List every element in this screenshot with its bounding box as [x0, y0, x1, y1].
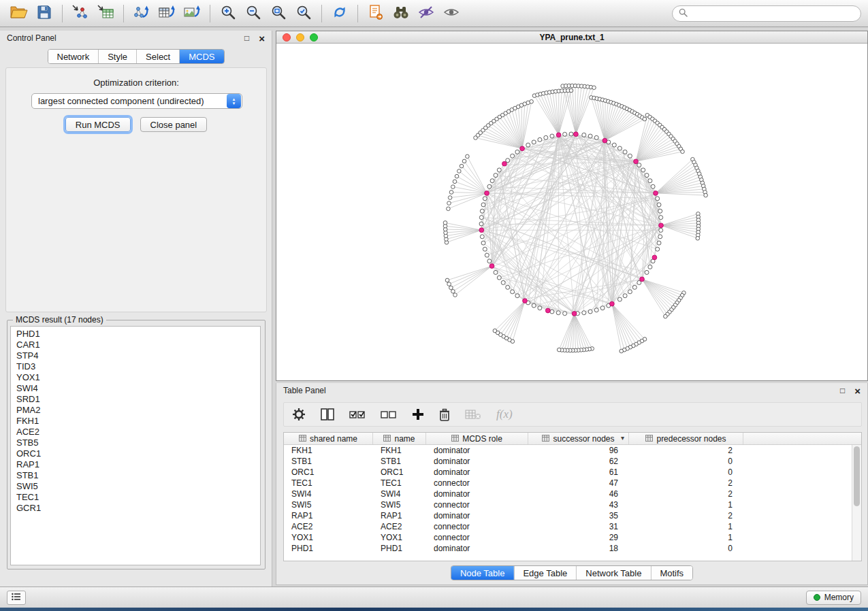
- table-row[interactable]: RAP1RAP1dominator352: [284, 510, 861, 521]
- zoom-fit-button[interactable]: [266, 3, 291, 24]
- search-network-button[interactable]: [389, 3, 413, 24]
- mcds-result-item[interactable]: TID3: [11, 361, 260, 372]
- gear-icon[interactable]: [292, 408, 306, 421]
- column-header-MCDS-role[interactable]: MCDS role: [426, 433, 528, 444]
- function-builder-icon: f(x): [496, 408, 513, 421]
- task-history-button[interactable]: [7, 591, 26, 605]
- table-body: FKH1FKH1dominator962STB1STB1dominator620…: [284, 445, 861, 554]
- table-panel-title: Table Panel: [283, 386, 326, 395]
- run-mcds-button[interactable]: Run MCDS: [65, 117, 131, 132]
- table-cell: 1: [629, 522, 743, 531]
- maximize-window-icon[interactable]: [310, 33, 318, 42]
- mcds-result-item[interactable]: SRD1: [11, 394, 260, 405]
- select-all-icon[interactable]: [349, 408, 366, 420]
- table-row[interactable]: TEC1TEC1connector472: [284, 478, 861, 489]
- close-panel-button[interactable]: Close panel: [140, 117, 208, 132]
- table-row[interactable]: SWI5SWI5connector431: [284, 499, 861, 510]
- tab-style[interactable]: Style: [98, 50, 136, 63]
- table-cell: 35: [528, 511, 629, 521]
- export-image-button[interactable]: [180, 3, 204, 24]
- sort-arrow-icon: ▾: [621, 434, 624, 442]
- table-cell: 29: [528, 533, 629, 542]
- list-icon: [12, 593, 21, 603]
- optimization-criterion-select[interactable]: largest connected component (undirected)…: [31, 93, 242, 109]
- table-row[interactable]: FKH1FKH1dominator962: [284, 445, 861, 456]
- mcds-result-item[interactable]: ACE2: [11, 427, 260, 437]
- table-cell: SWI5: [373, 500, 426, 510]
- zoom-selected-button[interactable]: [291, 3, 316, 24]
- table-cell: YOX1: [284, 533, 373, 542]
- tab-select[interactable]: Select: [136, 50, 179, 63]
- tab-mcds[interactable]: MCDS: [179, 50, 223, 63]
- float-window-icon[interactable]: □: [840, 386, 845, 395]
- table-row[interactable]: SWI4SWI4dominator462: [284, 489, 861, 499]
- mcds-result-item[interactable]: YOX1: [11, 372, 260, 383]
- mcds-result-item[interactable]: STB5: [11, 437, 260, 448]
- open-file-button[interactable]: [7, 3, 31, 24]
- table-cell: dominator: [426, 489, 528, 499]
- export-table-button[interactable]: [155, 3, 179, 24]
- column-header-predecessor-nodes[interactable]: predecessor nodes: [629, 433, 743, 444]
- minimize-window-icon[interactable]: [296, 33, 304, 42]
- table-row[interactable]: PHD1PHD1dominator180: [284, 543, 861, 554]
- close-panel-icon[interactable]: ×: [259, 33, 265, 44]
- clipboard-button[interactable]: [364, 3, 388, 24]
- zoom-in-button[interactable]: [216, 3, 240, 24]
- scrollbar-thumb[interactable]: [854, 446, 860, 506]
- close-window-icon[interactable]: [283, 33, 291, 42]
- table-cell: 31: [528, 522, 629, 531]
- mcds-result-item[interactable]: ORC1: [11, 448, 260, 459]
- column-header-successor-nodes[interactable]: successor nodes▾: [528, 433, 629, 444]
- mcds-result-item[interactable]: STP4: [11, 350, 260, 361]
- tab-network[interactable]: Network: [48, 50, 98, 63]
- table-cell: dominator: [426, 467, 528, 477]
- float-window-icon[interactable]: □: [244, 34, 249, 42]
- mcds-result-item[interactable]: TEC1: [11, 492, 260, 503]
- mcds-result-item[interactable]: STB1: [11, 470, 260, 481]
- mcds-result-item[interactable]: SWI4: [11, 383, 260, 394]
- import-network-button[interactable]: [68, 3, 93, 24]
- toolbar-separator: [210, 5, 210, 22]
- mcds-result-item[interactable]: CAR1: [11, 340, 260, 350]
- mcds-result-item[interactable]: PHD1: [11, 329, 260, 340]
- column-header-shared-name[interactable]: shared name: [284, 433, 373, 444]
- tab-node-table[interactable]: Node Table: [451, 566, 514, 580]
- add-column-icon[interactable]: [412, 408, 424, 420]
- close-panel-icon[interactable]: ×: [854, 386, 861, 396]
- mcds-result-item[interactable]: SWI5: [11, 481, 260, 492]
- table-row[interactable]: ACE2ACE2connector311: [284, 521, 861, 532]
- save-session-button[interactable]: [32, 3, 57, 24]
- table-scrollbar[interactable]: [852, 445, 861, 561]
- table-cell: TEC1: [373, 478, 426, 488]
- table-cell: STB1: [373, 457, 426, 466]
- show-columns-icon[interactable]: [321, 408, 334, 420]
- node-table: shared namenameMCDS rolesuccessor nodes▾…: [283, 432, 862, 561]
- network-canvas[interactable]: [276, 44, 867, 380]
- mcds-result-item[interactable]: FKH1: [11, 416, 260, 427]
- table-grid-icon: [542, 434, 549, 444]
- hide-graphics-icon: [418, 5, 434, 22]
- table-row[interactable]: STB1STB1dominator620: [284, 456, 861, 467]
- mcds-result-item[interactable]: RAP1: [11, 459, 260, 470]
- tab-motifs[interactable]: Motifs: [650, 566, 692, 580]
- tab-edge-table[interactable]: Edge Table: [513, 566, 576, 580]
- mcds-result-item[interactable]: GCR1: [11, 503, 260, 514]
- deselect-all-icon[interactable]: [381, 408, 397, 420]
- delete-column-icon[interactable]: [439, 408, 450, 421]
- refresh-button[interactable]: [327, 3, 352, 24]
- mcds-result-item[interactable]: PMA2: [11, 405, 260, 416]
- table-cell: SWI4: [373, 489, 426, 499]
- tab-network-table[interactable]: Network Table: [576, 566, 650, 580]
- global-search[interactable]: [672, 5, 861, 22]
- show-graphics-button[interactable]: [439, 3, 464, 24]
- table-row[interactable]: YOX1YOX1connector291: [284, 532, 861, 543]
- hide-graphics-button[interactable]: [414, 3, 438, 24]
- import-table-button[interactable]: [93, 3, 118, 24]
- search-input[interactable]: [692, 9, 854, 18]
- export-network-button[interactable]: [129, 3, 154, 24]
- table-cell: connector: [426, 478, 528, 488]
- table-row[interactable]: ORC1ORC1dominator610: [284, 467, 861, 478]
- memory-button[interactable]: Memory: [806, 591, 861, 605]
- zoom-out-button[interactable]: [241, 3, 266, 24]
- column-header-name[interactable]: name: [373, 433, 426, 444]
